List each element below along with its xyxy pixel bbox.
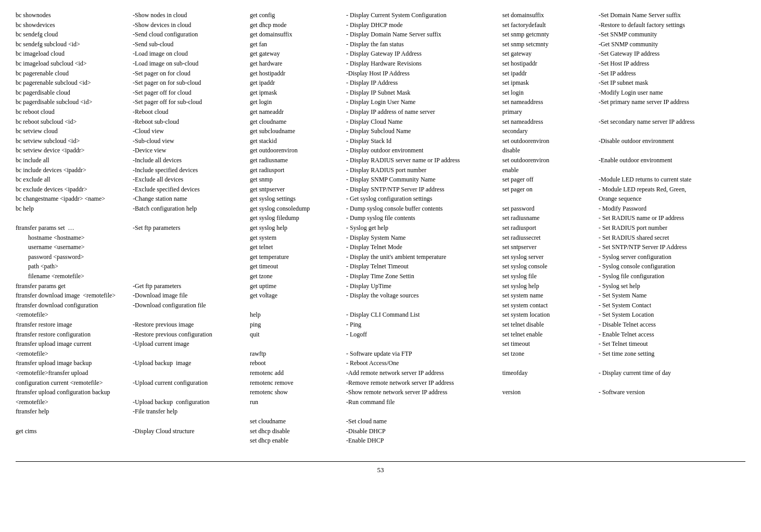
main-content: bc shownodes bc showdevices bc sendefg c…: [16, 10, 745, 446]
page-number: 53: [377, 466, 384, 474]
column-3: get config get dhcp mode get domainsuffi…: [246, 10, 342, 446]
column-1: bc shownodes bc showdevices bc sendefg c…: [16, 10, 129, 446]
page-footer: 53: [16, 461, 745, 474]
column-5: set domainsuffix set factorydefault set …: [498, 10, 594, 446]
column-2: -Show nodes in cloud -Show devices in cl…: [129, 10, 246, 446]
column-6: -Set Domain Name Server suffix -Restore …: [594, 10, 745, 446]
column-4: - Display Current System Configuration -…: [342, 10, 498, 446]
